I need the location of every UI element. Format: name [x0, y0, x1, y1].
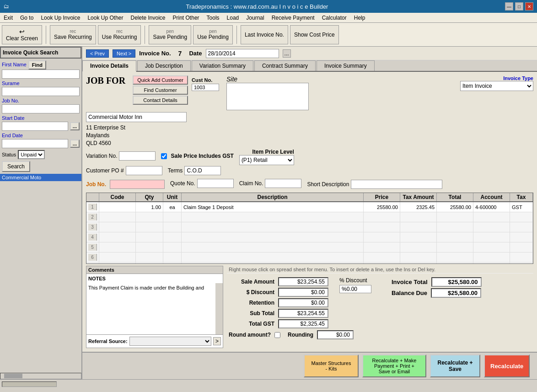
save-pending-button[interactable]: pen Save Pending [149, 25, 191, 44]
item-price-level-select[interactable]: (P1) Retail [239, 155, 294, 165]
tab-variation-summary[interactable]: Variation Summary [192, 60, 253, 71]
table-row[interactable]: 6 [86, 252, 533, 263]
menu-calculator[interactable]: Calculator [320, 14, 349, 22]
prev-button[interactable]: < Prev [86, 49, 109, 58]
cell-total-1[interactable]: 25580.00 [437, 202, 473, 212]
save-recurring-button[interactable]: rec Save Recurring [50, 25, 96, 44]
start-date-label[interactable]: Start Date [2, 115, 80, 121]
recalculate-make-payment-button[interactable]: Recalculate + Make Payment + Print + Sav… [362, 354, 426, 377]
table-row[interactable]: 3 [86, 222, 533, 232]
comments-scroll[interactable] [215, 283, 223, 334]
comments-textarea[interactable]: This Payment Claim is made under the Bui… [86, 283, 215, 334]
job-no-input[interactable] [2, 104, 80, 113]
table-row[interactable]: 4 [86, 232, 533, 242]
menu-lookup-invoice[interactable]: Look Up Invoice [39, 14, 82, 22]
horizontal-scrollbar[interactable] [0, 373, 81, 379]
table-row[interactable]: 1 1.00 ea Claim Stage 1 Deposit 25580.00… [86, 202, 533, 212]
recalculate-button[interactable]: Recalculate [484, 354, 530, 377]
menu-help[interactable]: Help [352, 14, 367, 22]
quick-add-customer-button[interactable]: Quick Add Customer [133, 75, 188, 85]
close-button[interactable]: ✕ [525, 2, 533, 11]
menu-journal[interactable]: Journal [244, 14, 266, 22]
cell-desc-1[interactable]: Claim Stage 1 Deposit [182, 202, 364, 212]
cell-unit-1[interactable]: ea [163, 202, 182, 212]
customer-name-input[interactable] [86, 112, 187, 122]
tab-job-description[interactable]: Job Description [137, 60, 191, 71]
status-scrollbar[interactable] [2, 381, 57, 387]
menu-lookup-other[interactable]: Look Up Other [86, 14, 125, 22]
menu-receive-payment[interactable]: Receive Payment [270, 14, 317, 22]
find-button[interactable]: Find [28, 60, 46, 70]
result-list: Commercial Moto [0, 174, 81, 373]
next-button[interactable]: Next > [113, 49, 135, 58]
tab-invoice-details[interactable]: Invoice Details [82, 60, 136, 72]
claim-no-input[interactable] [265, 179, 301, 188]
use-pending-button[interactable]: pen Use Pending [193, 25, 233, 44]
cell-tax-amount-1[interactable]: 2325.45 [400, 202, 437, 212]
cust-no-input[interactable] [192, 84, 219, 91]
last-invoice-button[interactable]: Last Invoice No. [241, 25, 288, 44]
start-date-input[interactable] [2, 122, 68, 131]
cell-tax-1[interactable]: GST [510, 202, 533, 212]
grid-col-account: Account [473, 193, 510, 201]
job-no-label[interactable]: Job No. [2, 98, 80, 103]
grid-header: Code Qty Unit Description Price Tax Amou… [86, 193, 533, 202]
end-date-picker-button[interactable]: ... [70, 140, 80, 148]
job-no-invoice-input[interactable] [110, 180, 165, 189]
terms-input[interactable] [184, 166, 221, 175]
menu-goto[interactable]: Go to [18, 14, 35, 22]
maximize-button[interactable]: □ [515, 2, 523, 11]
find-customer-button[interactable]: Find Customer [133, 86, 188, 95]
menu-tools[interactable]: Tools [205, 14, 221, 22]
gst-checkbox[interactable] [161, 153, 167, 159]
recalculate-save-button[interactable]: Recalculate + Save [430, 354, 480, 377]
customer-po-input[interactable] [126, 166, 162, 175]
first-name-input[interactable] [2, 70, 80, 79]
end-date-label[interactable]: End Date [2, 133, 80, 138]
master-structures-kits-button[interactable]: Master Structures - Kits [304, 354, 359, 377]
percent-discount-input[interactable] [339, 285, 371, 293]
first-name-label[interactable]: First Name [2, 62, 27, 67]
invoice-total-value: $25,580.00 [431, 277, 482, 287]
referral-select[interactable] [129, 337, 211, 346]
menu-print-other[interactable]: Print Other [171, 14, 201, 22]
tab-contract-summary[interactable]: Contract Summary [254, 60, 316, 71]
cell-account-1[interactable]: 4-600000 [473, 202, 510, 212]
start-date-picker-button[interactable]: ... [70, 122, 80, 130]
short-desc-input[interactable] [351, 180, 442, 189]
contact-details-button[interactable]: Contact Details [133, 96, 188, 105]
date-picker-button[interactable]: ... [283, 49, 291, 58]
surname-label[interactable]: Surame [2, 81, 80, 86]
show-cost-price-button[interactable]: Show Cost Price [290, 25, 339, 44]
menu-load[interactable]: Load [225, 14, 241, 22]
rounding-label: Rounding [288, 332, 313, 338]
use-recurring-button[interactable]: rec Use Recurring [98, 25, 141, 44]
cell-price-1[interactable]: 25580.00 [364, 202, 400, 212]
site-input[interactable] [226, 83, 309, 110]
table-row[interactable]: 7 [86, 263, 533, 263]
clear-screen-button[interactable]: ↩ Clear Screen [2, 25, 42, 44]
job-no-invoice-label: Job No. [86, 181, 106, 188]
search-button[interactable]: Search [2, 161, 30, 172]
comments-body: This Payment Claim is made under the Bui… [86, 283, 223, 334]
menu-exit[interactable]: Exit [2, 14, 15, 22]
minimize-button[interactable]: — [505, 2, 513, 11]
tab-invoice-summary[interactable]: Invoice Summary [317, 60, 375, 71]
surname-input[interactable] [2, 87, 80, 96]
cell-code-1[interactable] [99, 202, 136, 212]
round-amount-checkbox[interactable] [274, 332, 280, 338]
date-input[interactable] [206, 49, 279, 58]
status-select[interactable]: Unpaid Paid All [18, 150, 45, 159]
variation-no-input[interactable] [119, 151, 156, 161]
invoice-type-select[interactable]: Item Invoice Service Invoice [460, 81, 533, 91]
menu-delete-invoice[interactable]: Delete Invoice [129, 14, 167, 22]
quote-no-input[interactable] [197, 179, 234, 188]
referral-more-button[interactable]: > [213, 337, 221, 345]
table-row[interactable]: 2 [86, 212, 533, 222]
sub-total-label: Sub Total [229, 310, 274, 317]
cell-qty-1[interactable]: 1.00 [136, 202, 163, 212]
table-row[interactable]: 5 [86, 242, 533, 252]
cust-no-label: Cust No. [192, 77, 212, 83]
end-date-input[interactable] [2, 139, 68, 148]
result-item[interactable]: Commercial Moto [0, 174, 81, 181]
